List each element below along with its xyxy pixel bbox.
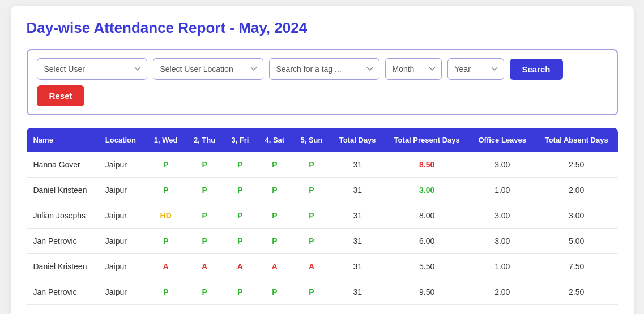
cell-day1: HD xyxy=(146,203,185,229)
table-row: Jan Petrovic Jaipur PPPPP 31 9.50 2.00 2… xyxy=(27,279,618,305)
cell-total-present: 8.00 xyxy=(385,203,470,229)
cell-day3: P xyxy=(223,178,257,203)
cell-office-leaves: 1.00 xyxy=(470,178,535,203)
cell-total-present: 10.00 xyxy=(385,305,470,315)
cell-day3: A xyxy=(223,254,257,279)
cell-total-absent: 3.00 xyxy=(535,203,618,229)
month-select[interactable]: Month xyxy=(385,58,442,80)
cell-name: Daniel Kristeen xyxy=(27,178,99,203)
table-row: Hanna Gover Jaipur PPPPP 31 8.50 3.00 2.… xyxy=(27,152,618,178)
table-row: Hanna Gover Jaipur PPPPP 31 10.00 3.00 1… xyxy=(27,305,618,315)
table-row: Jan Petrovic Jaipur PPPPP 31 6.00 3.00 5… xyxy=(27,229,618,254)
cell-name: Jan Petrovic xyxy=(27,229,99,254)
cell-day3: P xyxy=(223,229,257,254)
cell-day1: A xyxy=(146,254,185,279)
cell-total-present: 3.00 xyxy=(385,178,470,203)
cell-day3: P xyxy=(223,152,257,178)
year-select[interactable]: Year xyxy=(447,58,504,80)
cell-total-present: 6.00 xyxy=(385,229,470,254)
cell-day2: P xyxy=(186,305,224,315)
cell-total-absent: 5.00 xyxy=(535,229,618,254)
cell-day1: P xyxy=(146,178,185,203)
cell-total-days: 31 xyxy=(331,305,385,315)
cell-total-present: 9.50 xyxy=(385,279,470,305)
cell-day4: P xyxy=(257,178,292,203)
cell-day5: P xyxy=(292,279,330,305)
cell-location: Jaipur xyxy=(99,178,146,203)
cell-day2: P xyxy=(186,229,224,254)
user-select[interactable]: Select User xyxy=(37,58,147,80)
col-total-days: Total Days xyxy=(331,128,385,152)
cell-day1: P xyxy=(146,229,185,254)
cell-day4: P xyxy=(257,152,292,178)
cell-total-absent: 2.00 xyxy=(535,178,618,203)
cell-name: Hanna Gover xyxy=(27,305,99,315)
cell-day3: P xyxy=(223,305,257,315)
cell-total-days: 31 xyxy=(331,152,385,178)
cell-total-days: 31 xyxy=(331,203,385,229)
cell-office-leaves: 3.00 xyxy=(470,152,535,178)
cell-day4: P xyxy=(257,305,292,315)
cell-day4: P xyxy=(257,203,292,229)
cell-day2: P xyxy=(186,279,224,305)
cell-total-absent: 2.50 xyxy=(535,152,618,178)
cell-name: Hanna Gover xyxy=(27,152,99,178)
cell-day1: P xyxy=(146,152,185,178)
cell-location: Jaipur xyxy=(99,229,146,254)
cell-location: Jaipur xyxy=(99,254,146,279)
cell-day4: P xyxy=(257,229,292,254)
col-day4: 4, Sat xyxy=(257,128,292,152)
cell-day2: P xyxy=(186,178,224,203)
cell-day2: A xyxy=(186,254,224,279)
cell-day3: P xyxy=(223,279,257,305)
col-total-present: Total Present Days xyxy=(385,128,470,152)
cell-total-present: 5.50 xyxy=(385,254,470,279)
cell-office-leaves: 3.00 xyxy=(470,203,535,229)
cell-day4: P xyxy=(257,279,292,305)
cell-name: Daniel Kristeen xyxy=(27,254,99,279)
cell-day2: P xyxy=(186,152,224,178)
col-day1: 1, Wed xyxy=(146,128,185,152)
cell-location: Jaipur xyxy=(99,152,146,178)
col-location: Location xyxy=(99,128,146,152)
attendance-table-wrap: Name Location 1, Wed 2, Thu 3, Fri 4, Sa… xyxy=(27,128,618,314)
attendance-table: Name Location 1, Wed 2, Thu 3, Fri 4, Sa… xyxy=(27,128,618,314)
filters-bar: Select User Select User Location Search … xyxy=(27,49,618,115)
cell-day5: P xyxy=(292,152,330,178)
reset-button[interactable]: Reset xyxy=(37,85,85,106)
cell-location: Jaipur xyxy=(99,279,146,305)
cell-day1: P xyxy=(146,279,185,305)
location-select[interactable]: Select User Location xyxy=(153,58,263,80)
cell-total-absent: 7.50 xyxy=(535,254,618,279)
table-header-row: Name Location 1, Wed 2, Thu 3, Fri 4, Sa… xyxy=(27,128,618,152)
col-day5: 5, Sun xyxy=(292,128,330,152)
col-day2: 2, Thu xyxy=(186,128,224,152)
cell-day5: P xyxy=(292,178,330,203)
cell-day5: P xyxy=(292,305,330,315)
cell-total-days: 31 xyxy=(331,279,385,305)
cell-day5: P xyxy=(292,229,330,254)
cell-total-days: 31 xyxy=(331,229,385,254)
cell-location: Jaipur xyxy=(99,203,146,229)
col-day3: 3, Fri xyxy=(223,128,257,152)
main-container: Day-wise Attendance Report - May, 2024 S… xyxy=(11,6,634,314)
cell-name: Julian Josephs xyxy=(27,203,99,229)
cell-total-days: 31 xyxy=(331,178,385,203)
col-office-leaves: Office Leaves xyxy=(470,128,535,152)
cell-day4: A xyxy=(257,254,292,279)
table-body: Hanna Gover Jaipur PPPPP 31 8.50 3.00 2.… xyxy=(27,152,618,314)
cell-office-leaves: 1.00 xyxy=(470,254,535,279)
page-title: Day-wise Attendance Report - May, 2024 xyxy=(27,19,618,37)
cell-name: Jan Petrovic xyxy=(27,279,99,305)
cell-office-leaves: 2.00 xyxy=(470,279,535,305)
cell-day5: P xyxy=(292,203,330,229)
cell-office-leaves: 3.00 xyxy=(470,229,535,254)
col-total-absent: Total Absent Days xyxy=(535,128,618,152)
table-row: Daniel Kristeen Jaipur PPPPP 31 3.00 1.0… xyxy=(27,178,618,203)
table-row: Julian Josephs Jaipur HDPPPP 31 8.00 3.0… xyxy=(27,203,618,229)
cell-total-absent: 1.00 xyxy=(535,305,618,315)
tag-select[interactable]: Search for a tag ... xyxy=(269,58,379,80)
cell-total-absent: 2.50 xyxy=(535,279,618,305)
table-row: Daniel Kristeen Jaipur AAAAA 31 5.50 1.0… xyxy=(27,254,618,279)
search-button[interactable]: Search xyxy=(510,59,563,80)
